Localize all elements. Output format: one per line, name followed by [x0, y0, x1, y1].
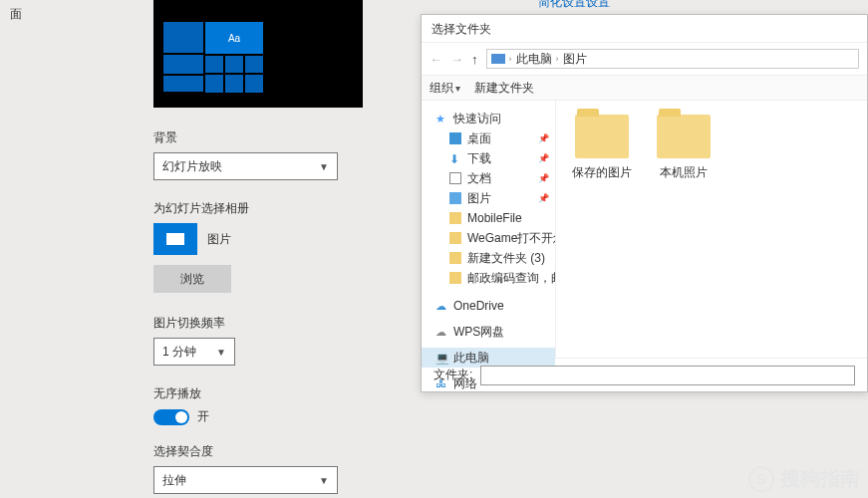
breadcrumb-segment[interactable]: 此电脑 — [516, 51, 552, 68]
tree-item-label: 此电脑 — [453, 350, 489, 367]
tree-item[interactable]: ☁OneDrive — [422, 296, 555, 316]
tree-item-label: MobileFile — [467, 211, 522, 225]
tree-item[interactable]: 文档📌 — [422, 168, 555, 188]
chevron-down-icon: ▾ — [455, 83, 460, 94]
folder-item[interactable]: 保存的图片 — [570, 115, 634, 181]
sidebar-item-partial[interactable]: 面 — [0, 0, 130, 29]
tree-item[interactable]: 桌面📌 — [422, 128, 555, 148]
folder-icon — [657, 115, 711, 158]
breadcrumb-segment[interactable]: 图片 — [563, 51, 587, 68]
watermark-logo-icon: S — [748, 466, 774, 492]
background-select[interactable]: 幻灯片放映 ▼ — [153, 152, 338, 180]
down-icon: ⬇ — [449, 152, 461, 164]
tree-item[interactable]: ☁WPS网盘 — [422, 322, 555, 342]
fit-value: 拉伸 — [162, 472, 186, 489]
watermark-brand: 搜狗指南 — [780, 465, 860, 492]
folder-item[interactable]: 本机照片 — [652, 115, 716, 181]
organize-menu[interactable]: 组织 ▾ — [430, 80, 460, 97]
album-tile-icon — [153, 223, 197, 255]
tree-item-label: 快速访问 — [453, 111, 501, 127]
folder-icon — [449, 272, 461, 284]
folder-icon — [449, 212, 461, 224]
onedrive-icon: ☁ — [435, 300, 447, 312]
nav-tree: ★快速访问桌面📌⬇下载📌文档📌图片📌MobileFileWeGame打不开怎新建… — [422, 101, 556, 358]
tree-item[interactable]: WeGame打不开怎 — [422, 228, 555, 248]
interval-value: 1 分钟 — [162, 344, 196, 361]
tree-item[interactable]: 新建文件夹 (3) — [422, 248, 555, 268]
dialog-toolbar: 组织 ▾ 新建文件夹 — [422, 75, 867, 101]
pin-icon: 📌 — [538, 173, 549, 183]
newfolder-button[interactable]: 新建文件夹 — [474, 80, 534, 97]
tree-item-label: 文档 — [467, 170, 491, 187]
folder-content: 保存的图片本机照片 — [556, 101, 867, 358]
folder-icon — [575, 115, 629, 158]
folder-item-label: 本机照片 — [652, 164, 716, 181]
fit-label: 选择契合度 — [153, 443, 634, 460]
tree-item-label: 邮政编码查询，邮 — [467, 270, 555, 287]
desk-icon — [449, 132, 461, 144]
dialog-nav: ← → ↑ › 此电脑 › 图片 — [422, 43, 867, 75]
folder-name-input[interactable] — [480, 366, 855, 385]
dialog-title: 选择文件夹 — [422, 15, 867, 43]
interval-select[interactable]: 1 分钟 ▼ — [153, 338, 235, 366]
tree-item[interactable]: ⬇下载📌 — [422, 148, 555, 168]
tree-item-label: WeGame打不开怎 — [467, 230, 555, 247]
tree-item[interactable]: ★快速访问 — [422, 109, 555, 128]
pin-icon: 📌 — [538, 133, 549, 143]
settings-nav-sidebar: 面 — [0, 0, 130, 498]
tree-item[interactable]: 邮政编码查询，邮 — [422, 268, 555, 288]
folder-icon — [449, 232, 461, 244]
folder-picker-dialog: 选择文件夹 ← → ↑ › 此电脑 › 图片 组织 ▾ 新建文件夹 ★快速访问桌… — [421, 14, 868, 392]
tree-item-label: WPS网盘 — [453, 324, 504, 341]
pin-icon: 📌 — [538, 153, 549, 163]
folder-item-label: 保存的图片 — [570, 164, 634, 181]
chevron-right-icon: › — [509, 54, 512, 64]
pc-icon: 💻 — [435, 352, 447, 364]
chevron-down-icon: ▼ — [216, 347, 226, 358]
tree-item-label: 新建文件夹 (3) — [467, 250, 545, 267]
album-value: 图片 — [207, 231, 231, 248]
nav-forward-icon[interactable]: → — [450, 52, 463, 67]
pc-icon — [491, 54, 505, 64]
browse-button[interactable]: 浏览 — [153, 265, 231, 293]
fit-select[interactable]: 拉伸 ▼ — [153, 466, 338, 494]
preview-tile-aa: Aa — [205, 22, 263, 54]
doc-icon — [449, 172, 461, 184]
background-preview: Aa — [153, 0, 363, 108]
chevron-down-icon: ▼ — [319, 475, 329, 486]
tree-item-label: 桌面 — [467, 130, 491, 147]
tree-item-label: 下载 — [467, 150, 491, 167]
pic-icon — [449, 192, 461, 204]
watermark: S 搜狗指南 — [748, 465, 860, 492]
tree-item[interactable]: 图片📌 — [422, 188, 555, 208]
folder-icon — [449, 252, 461, 264]
chevron-down-icon: ▼ — [319, 161, 329, 172]
tree-item-label: 图片 — [467, 190, 491, 207]
tree-item-label: OneDrive — [453, 299, 504, 313]
folder-field-label: 文件夹: — [434, 367, 472, 383]
shuffle-state: 开 — [197, 408, 209, 425]
address-bar[interactable]: › 此电脑 › 图片 — [486, 49, 860, 69]
pin-icon: 📌 — [538, 193, 549, 203]
wps-icon: ☁ — [435, 326, 447, 338]
nav-up-icon[interactable]: ↑ — [471, 52, 478, 67]
shuffle-toggle[interactable] — [153, 409, 189, 425]
star-icon: ★ — [435, 113, 447, 124]
background-value: 幻灯片放映 — [162, 158, 222, 175]
nav-back-icon[interactable]: ← — [430, 52, 442, 67]
chevron-right-icon: › — [556, 54, 559, 64]
tree-item[interactable]: MobileFile — [422, 208, 555, 228]
